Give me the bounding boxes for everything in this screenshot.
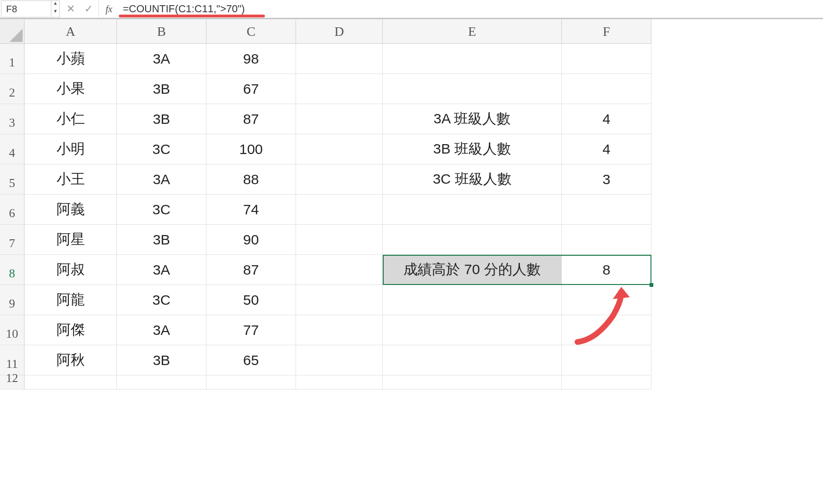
row-label[interactable]: 4	[0, 134, 25, 164]
cell-f11[interactable]	[562, 345, 651, 375]
cell-a3[interactable]: 小仁	[25, 104, 117, 134]
cell-d5[interactable]	[296, 164, 383, 195]
row-label[interactable]: 9	[0, 285, 25, 315]
row-label[interactable]: 3	[0, 104, 25, 134]
cell-c5[interactable]: 88	[206, 164, 296, 195]
spreadsheet-grid[interactable]: A B C D E F 1 小蘋 3A 98 2 小果 3B 67 3 小仁 3…	[0, 19, 823, 390]
cell-d4[interactable]	[296, 134, 383, 164]
cell-c1[interactable]: 98	[206, 44, 296, 74]
cell-a8[interactable]: 阿叔	[25, 255, 117, 285]
cell-c6[interactable]: 74	[206, 195, 296, 225]
cell-d3[interactable]	[296, 104, 383, 134]
cell-e7[interactable]	[383, 225, 562, 255]
cell-c10[interactable]: 77	[206, 315, 296, 345]
cell-d7[interactable]	[296, 225, 383, 255]
cell-b4[interactable]: 3C	[117, 134, 206, 164]
cell-f6[interactable]	[562, 195, 651, 225]
row-label[interactable]: 6	[0, 195, 25, 225]
cell-f10[interactable]	[562, 315, 651, 345]
cell-b12[interactable]	[117, 375, 206, 390]
row-label[interactable]: 1	[0, 44, 25, 74]
cell-e11[interactable]	[383, 345, 562, 375]
fx-label[interactable]: fx	[99, 4, 119, 15]
col-header-e[interactable]: E	[383, 19, 562, 44]
cell-c3[interactable]: 87	[206, 104, 296, 134]
cell-e2[interactable]	[383, 74, 562, 104]
cell-f12[interactable]	[562, 375, 651, 390]
spinner-up-icon[interactable]: ▲	[51, 1, 59, 9]
cell-f4[interactable]: 4	[562, 134, 651, 164]
selection-handle[interactable]	[650, 283, 653, 287]
cell-f7[interactable]	[562, 225, 651, 255]
cell-e6[interactable]	[383, 195, 562, 225]
spinner-down-icon[interactable]: ▼	[51, 9, 59, 17]
cell-e3[interactable]: 3A 班級人數	[383, 104, 562, 134]
name-box-spinner[interactable]: ▲ ▼	[51, 1, 59, 17]
cell-b10[interactable]: 3A	[117, 315, 206, 345]
cell-a11[interactable]: 阿秋	[25, 345, 117, 375]
col-header-d[interactable]: D	[296, 19, 383, 44]
cell-e10[interactable]	[383, 315, 562, 345]
cell-b11[interactable]: 3B	[117, 345, 206, 375]
cell-e4[interactable]: 3B 班級人數	[383, 134, 562, 164]
cell-c12[interactable]	[206, 375, 296, 390]
cell-d12[interactable]	[296, 375, 383, 390]
cell-d6[interactable]	[296, 195, 383, 225]
cell-d10[interactable]	[296, 315, 383, 345]
col-header-c[interactable]: C	[206, 19, 296, 44]
row-label[interactable]: 2	[0, 74, 25, 104]
cell-b1[interactable]: 3A	[117, 44, 206, 74]
cell-b3[interactable]: 3B	[117, 104, 206, 134]
cell-a1[interactable]: 小蘋	[25, 44, 117, 74]
select-all-corner[interactable]	[0, 19, 25, 44]
cell-d9[interactable]	[296, 285, 383, 315]
cell-c9[interactable]: 50	[206, 285, 296, 315]
cell-a10[interactable]: 阿傑	[25, 315, 117, 345]
cell-c2[interactable]: 67	[206, 74, 296, 104]
col-header-a[interactable]: A	[25, 19, 117, 44]
cell-b8[interactable]: 3A	[117, 255, 206, 285]
cell-f2[interactable]	[562, 74, 651, 104]
cell-c11[interactable]: 65	[206, 345, 296, 375]
cell-f3[interactable]: 4	[562, 104, 651, 134]
cell-f5[interactable]: 3	[562, 164, 651, 195]
cell-c8[interactable]: 87	[206, 255, 296, 285]
cell-d11[interactable]	[296, 345, 383, 375]
cell-b6[interactable]: 3C	[117, 195, 206, 225]
row-label[interactable]: 10	[0, 315, 25, 345]
formula-input[interactable]	[119, 3, 823, 15]
row-label[interactable]: 5	[0, 164, 25, 195]
cell-a7[interactable]: 阿星	[25, 225, 117, 255]
col-header-b[interactable]: B	[117, 19, 206, 44]
cell-e9[interactable]	[383, 285, 562, 315]
cell-b9[interactable]: 3C	[117, 285, 206, 315]
row-label[interactable]: 7	[0, 225, 25, 255]
confirm-icon[interactable]: ✓	[84, 3, 93, 15]
cancel-icon[interactable]: ✕	[66, 3, 75, 15]
cell-b2[interactable]: 3B	[117, 74, 206, 104]
cell-e5[interactable]: 3C 班級人數	[383, 164, 562, 195]
cell-c7[interactable]: 90	[206, 225, 296, 255]
cell-d8[interactable]	[296, 255, 383, 285]
col-header-f[interactable]: F	[562, 19, 651, 44]
cell-a5[interactable]: 小王	[25, 164, 117, 195]
cell-d2[interactable]	[296, 74, 383, 104]
cell-f1[interactable]	[562, 44, 651, 74]
cell-f8[interactable]: 8	[562, 255, 651, 285]
cell-f9[interactable]	[562, 285, 651, 315]
row-label[interactable]: 12	[0, 375, 25, 390]
cell-e12[interactable]	[383, 375, 562, 390]
cell-a4[interactable]: 小明	[25, 134, 117, 164]
cell-a12[interactable]	[25, 375, 117, 390]
name-box[interactable]: F8 ▲ ▼	[1, 0, 60, 17]
cell-b7[interactable]: 3B	[117, 225, 206, 255]
cell-c4[interactable]: 100	[206, 134, 296, 164]
cell-e1[interactable]	[383, 44, 562, 74]
cell-b5[interactable]: 3A	[117, 164, 206, 195]
cell-a6[interactable]: 阿義	[25, 195, 117, 225]
cell-a2[interactable]: 小果	[25, 74, 117, 104]
cell-e8[interactable]: 成績高於 70 分的人數	[383, 255, 562, 285]
row-label[interactable]: 8	[0, 255, 25, 285]
cell-a9[interactable]: 阿龍	[25, 285, 117, 315]
cell-d1[interactable]	[296, 44, 383, 74]
